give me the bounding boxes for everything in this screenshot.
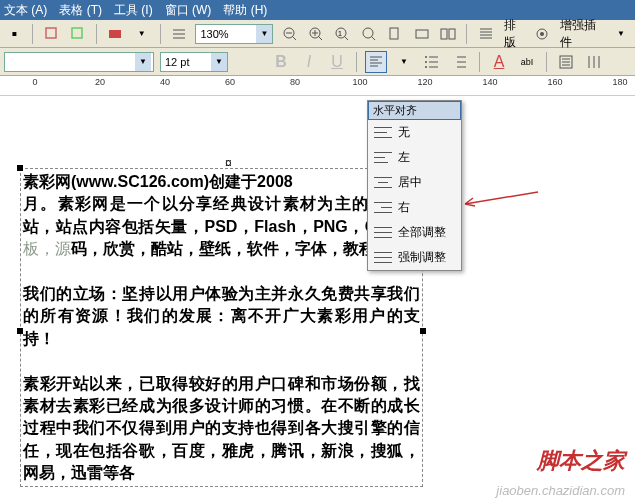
svg-rect-9 — [416, 30, 428, 38]
tool-btn-4[interactable] — [105, 23, 125, 45]
menu-table[interactable]: 表格 (T) — [59, 2, 102, 19]
align-none[interactable]: 无 — [368, 120, 461, 145]
zoom-combo[interactable]: ▼ — [195, 24, 273, 44]
dropdown-arrow-icon[interactable]: ▼ — [393, 51, 415, 73]
tool-btn-5[interactable] — [169, 23, 189, 45]
tool-btn-1[interactable]: ▪ — [4, 23, 24, 45]
columns-icon[interactable] — [583, 51, 605, 73]
menu-window[interactable]: 窗口 (W) — [165, 2, 212, 19]
zoom-width-icon[interactable] — [412, 23, 432, 45]
ruler-tick: 140 — [482, 77, 497, 87]
dropdown-arrow-icon[interactable]: ▼ — [132, 23, 152, 45]
zoom-out-icon[interactable] — [279, 23, 299, 45]
underline-icon[interactable]: U — [326, 51, 348, 73]
text-frame[interactable]: 素彩网(www.SC126.com)创建于2008月。素彩网是一个以分享经典设计… — [20, 168, 423, 487]
zoom-dropdown-icon[interactable]: ▼ — [256, 25, 272, 43]
svg-rect-10 — [441, 29, 447, 39]
align-none-icon — [374, 126, 392, 140]
separator — [356, 52, 357, 72]
tool-btn-2[interactable] — [41, 23, 61, 45]
plugins-icon[interactable] — [532, 23, 552, 45]
separator — [96, 24, 97, 44]
layout-label: 排版 — [504, 17, 526, 51]
svg-point-15 — [425, 61, 427, 63]
resize-handle[interactable] — [17, 165, 23, 171]
align-force-justify[interactable]: 强制调整 — [368, 245, 461, 270]
menu-bar: 文本 (A) 表格 (T) 工具 (I) 窗口 (W) 帮助 (H) — [0, 0, 635, 20]
dropdown-arrow-icon[interactable]: ▼ — [611, 23, 631, 45]
tool-btn-3[interactable] — [68, 23, 88, 45]
ruler-tick: 80 — [290, 77, 300, 87]
ruler-tick: 160 — [547, 77, 562, 87]
numlist-icon[interactable] — [449, 51, 471, 73]
align-left-icon — [374, 151, 392, 165]
fontsize-combo[interactable]: ▼ — [160, 52, 228, 72]
svg-rect-0 — [46, 28, 56, 38]
ruler-tick: 0 — [32, 77, 37, 87]
separator — [546, 52, 547, 72]
separator — [160, 24, 161, 44]
para-icon[interactable] — [555, 51, 577, 73]
ruler-tick: 60 — [225, 77, 235, 87]
ruler-tick: 120 — [417, 77, 432, 87]
svg-point-14 — [425, 56, 427, 58]
align-right[interactable]: 右 — [368, 195, 461, 220]
ruler-tick: 100 — [352, 77, 367, 87]
font-combo[interactable]: ▼ — [4, 52, 154, 72]
toolbar-2: ▼ ▼ B I U ▼ A abI — [0, 48, 635, 76]
zoom-in-icon[interactable] — [306, 23, 326, 45]
align-right-icon — [374, 201, 392, 215]
menu-help[interactable]: 帮助 (H) — [223, 2, 267, 19]
separator — [466, 24, 467, 44]
italic-icon[interactable]: I — [298, 51, 320, 73]
separator — [479, 52, 480, 72]
zoom-fit-icon[interactable] — [359, 23, 379, 45]
align-dropdown-menu: 水平对齐 无 左 居中 右 全部调整 强制调整 — [367, 100, 462, 271]
ruler-tick: 40 — [160, 77, 170, 87]
zoom-100-icon[interactable]: 1 — [332, 23, 352, 45]
zoom-page-icon[interactable] — [385, 23, 405, 45]
separator — [32, 24, 33, 44]
align-left-icon[interactable] — [365, 51, 387, 73]
svg-rect-2 — [109, 30, 121, 38]
ruler-tick: 180 — [612, 77, 627, 87]
font-dropdown-icon[interactable]: ▼ — [135, 53, 151, 71]
svg-point-13 — [540, 32, 544, 36]
page-canvas[interactable]: 水平对齐 无 左 居中 右 全部调整 强制调整 ¤ 素彩网(www.SC126.… — [0, 96, 635, 504]
align-center-icon — [374, 176, 392, 190]
fontsize-input[interactable] — [161, 56, 211, 68]
plugins-label: 增强插件 — [560, 17, 604, 51]
layout-icon[interactable] — [475, 23, 495, 45]
svg-text:1: 1 — [338, 30, 342, 37]
menu-tool[interactable]: 工具 (I) — [114, 2, 153, 19]
horizontal-ruler: 0 20 40 60 80 100 120 140 160 180 — [0, 76, 635, 96]
watermark-text: 脚本之家 — [537, 446, 625, 476]
align-justify-icon — [374, 226, 392, 240]
align-center[interactable]: 居中 — [368, 170, 461, 195]
svg-rect-11 — [449, 29, 455, 39]
bold-icon[interactable]: B — [270, 51, 292, 73]
align-justify-all[interactable]: 全部调整 — [368, 220, 461, 245]
zoom-input[interactable] — [196, 28, 256, 40]
list-icon[interactable] — [421, 51, 443, 73]
svg-point-16 — [425, 66, 427, 68]
annotation-arrow-icon — [460, 189, 540, 209]
resize-handle[interactable] — [420, 328, 426, 334]
fontsize-dropdown-icon[interactable]: ▼ — [211, 53, 227, 71]
ruler-tick: 20 — [95, 77, 105, 87]
watermark-url: jiaoben.chazidian.com — [496, 483, 625, 498]
zoom-spread-icon[interactable] — [438, 23, 458, 45]
align-force-icon — [374, 251, 392, 265]
svg-rect-1 — [72, 28, 82, 38]
dropdown-title: 水平对齐 — [368, 101, 461, 120]
menu-text[interactable]: 文本 (A) — [4, 2, 47, 19]
resize-handle[interactable] — [17, 328, 23, 334]
svg-rect-8 — [390, 28, 398, 39]
highlight-icon[interactable]: abI — [516, 51, 538, 73]
font-input[interactable] — [5, 56, 135, 68]
toolbar-1: ▪ ▼ ▼ 1 排版 增强插件 ▼ — [0, 20, 635, 48]
document-text[interactable]: 素彩网(www.SC126.com)创建于2008月。素彩网是一个以分享经典设计… — [23, 171, 420, 484]
text-color-icon[interactable]: A — [488, 51, 510, 73]
align-left[interactable]: 左 — [368, 145, 461, 170]
